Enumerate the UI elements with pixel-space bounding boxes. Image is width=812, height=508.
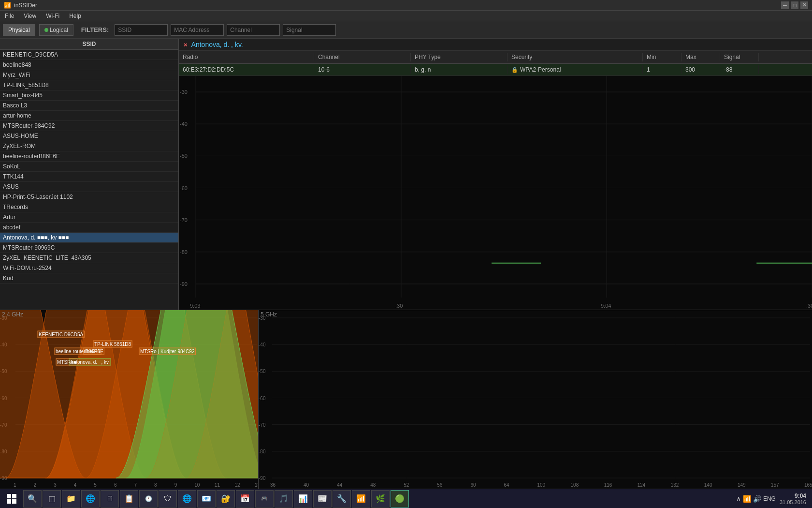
taskbar: 🔍 ◫ 📁 🌐 🖥 📋 🕐 🛡 🌐 📧 🔐 📅 🎮 🎵 📊 📰 🔧 📶 🌿 🟢 … <box>0 489 812 508</box>
filter-signal[interactable] <box>283 24 336 36</box>
ssid-item[interactable]: TRecords <box>0 202 178 212</box>
taskbar-right: ∧ 📶 🔊 ENG 9:04 31.05.2016 <box>736 493 810 505</box>
taskbar-app13[interactable]: 🔧 <box>333 490 351 508</box>
ssid-item[interactable]: ASUS <box>0 182 178 192</box>
filter-channel[interactable] <box>227 24 280 36</box>
tab-physical[interactable]: Physical <box>3 24 35 36</box>
chart-24ghz: 2.4 GHz <box>0 310 259 489</box>
ssid-item[interactable]: abcdef <box>0 223 178 233</box>
col-phy: PHY Type <box>411 53 508 61</box>
ssid-list[interactable]: KEENETIC_D9CD5Abeeline848Myrz_WiFiTP-LIN… <box>0 50 178 310</box>
cell-max: 300 <box>682 65 720 74</box>
taskbar-task-view[interactable]: ◫ <box>43 490 61 508</box>
taskbar-app3[interactable]: 🕐 <box>139 490 158 508</box>
filter-mac[interactable] <box>171 24 224 36</box>
time-graph-canvas <box>179 76 812 310</box>
ssid-item[interactable]: TP-LINK_5851D8 <box>0 80 178 90</box>
ssid-item[interactable]: Myrz_WiFi <box>0 70 178 80</box>
ssid-item[interactable]: SoKoL <box>0 162 178 172</box>
upper-section: SSID KEENETIC_D9CD5Abeeline848Myrz_WiFiT… <box>0 39 812 310</box>
detail-table-header: Radio Channel PHY Type Security Min Max … <box>179 51 812 64</box>
ssid-item[interactable]: Antonova, d. ■■■, kv ■■■ <box>0 233 178 243</box>
chart-5ghz: 5 GHz <box>259 310 812 489</box>
tray-network[interactable]: 📶 <box>743 495 751 503</box>
chart-24ghz-canvas <box>0 310 259 489</box>
ssid-item[interactable]: MTSRouter-90969C <box>0 243 178 253</box>
menu-bar: File View Wi-Fi Help <box>0 11 812 21</box>
network-name: Antonova, d. , kv. <box>191 41 243 48</box>
ssid-item[interactable]: ZyXEL-ROM <box>0 141 178 151</box>
cell-radio: 60:E3:27:D2:DD:5C <box>179 65 314 74</box>
ssid-item[interactable]: artur-home <box>0 111 178 121</box>
taskbar-app1[interactable]: 🖥 <box>101 490 119 508</box>
taskbar-explorer[interactable]: 📁 <box>62 490 80 508</box>
ssid-item[interactable]: ZyXEL_KEENETIC_LITE_43A305 <box>0 253 178 263</box>
clock-date: 31.05.2016 <box>780 499 806 505</box>
lock-icon: 🔒 <box>511 67 518 73</box>
taskbar-app4[interactable]: 🛡 <box>159 490 177 508</box>
cell-phy: b, g, n <box>411 65 508 74</box>
taskbar-app10[interactable]: 🎵 <box>275 490 293 508</box>
ssid-item[interactable]: MTSRouter-984C92 <box>0 121 178 131</box>
title-bar-left: 📶 inSSIDer <box>4 2 37 9</box>
col-signal: Signal <box>720 53 759 61</box>
tray-volume[interactable]: 🔊 <box>753 495 761 503</box>
ssid-item[interactable]: Kud <box>0 273 178 284</box>
clock-time: 9:04 <box>780 493 806 499</box>
clock[interactable]: 9:04 31.05.2016 <box>780 493 806 505</box>
app-title: inSSIDer <box>14 2 37 9</box>
taskbar-app7[interactable]: 🔐 <box>217 490 235 508</box>
ssid-item[interactable]: Basco L3 <box>0 101 178 111</box>
maximize-button[interactable]: □ <box>791 1 798 9</box>
col-radio: Radio <box>179 53 314 61</box>
toolbar: Physical Logical FILTERS: <box>0 21 812 39</box>
menu-view[interactable]: View <box>22 12 38 20</box>
taskbar-app15[interactable]: 🌿 <box>371 490 390 508</box>
title-bar-controls[interactable]: ─ □ ✕ <box>781 1 808 9</box>
col-channel: Channel <box>314 53 411 61</box>
taskbar-apps: 🔍 ◫ 📁 🌐 🖥 📋 🕐 🛡 🌐 📧 🔐 📅 🎮 🎵 📊 📰 🔧 📶 🌿 🟢 <box>21 490 736 508</box>
chart-5ghz-label: 5 GHz <box>261 311 277 318</box>
tray-eng[interactable]: ENG <box>763 495 776 502</box>
taskbar-app9[interactable]: 🎮 <box>255 490 274 508</box>
minimize-button[interactable]: ─ <box>781 1 789 9</box>
ssid-header: SSID <box>0 39 178 50</box>
col-min: Min <box>643 53 682 61</box>
menu-help[interactable]: Help <box>67 12 83 20</box>
ssid-item[interactable]: HP-Print-C5-LaserJet 1102 <box>0 192 178 202</box>
filter-ssid[interactable] <box>115 24 168 36</box>
ssid-item[interactable]: KEENETIC_D9CD5A <box>0 50 178 60</box>
app-icon: 📶 <box>4 2 11 9</box>
taskbar-search[interactable]: 🔍 <box>23 490 42 508</box>
cell-signal: -88 <box>720 65 759 74</box>
taskbar-app5[interactable]: 🌐 <box>178 490 196 508</box>
cell-channel: 10-6 <box>314 65 411 74</box>
ssid-item[interactable]: Smart_box-845 <box>0 90 178 101</box>
logical-dot <box>44 28 48 32</box>
filters-label: FILTERS: <box>81 26 109 33</box>
ssid-item[interactable]: Artur <box>0 212 178 223</box>
taskbar-edge[interactable]: 🌐 <box>81 490 100 508</box>
ssid-item[interactable]: ASUS-HOME <box>0 131 178 141</box>
taskbar-app12[interactable]: 📰 <box>313 490 332 508</box>
lower-section: 2.4 GHz 5 GHz <box>0 310 812 489</box>
menu-wifi[interactable]: Wi-Fi <box>44 12 61 20</box>
tray-chevron[interactable]: ∧ <box>736 495 741 503</box>
menu-file[interactable]: File <box>3 12 16 20</box>
col-max: Max <box>682 53 720 61</box>
ssid-item[interactable]: WiFi-DOM.ru-2524 <box>0 263 178 273</box>
ssid-item[interactable]: beeline848 <box>0 60 178 70</box>
taskbar-app8[interactable]: 📅 <box>236 490 254 508</box>
taskbar-app11[interactable]: 📊 <box>294 490 312 508</box>
detail-panel: × Antonova, d. , kv. Radio Channel PHY T… <box>179 39 812 310</box>
detail-close-button[interactable]: × <box>184 41 188 48</box>
ssid-item[interactable]: TTK144 <box>0 172 178 182</box>
ssid-item[interactable]: beeline-routerB86E6E <box>0 151 178 162</box>
taskbar-app2[interactable]: 📋 <box>120 490 138 508</box>
close-button[interactable]: ✕ <box>800 1 808 9</box>
start-button[interactable] <box>2 489 21 508</box>
taskbar-app6[interactable]: 📧 <box>197 490 216 508</box>
taskbar-inssider[interactable]: 🟢 <box>391 490 409 508</box>
tab-logical[interactable]: Logical <box>39 24 73 36</box>
taskbar-app14[interactable]: 📶 <box>352 490 370 508</box>
